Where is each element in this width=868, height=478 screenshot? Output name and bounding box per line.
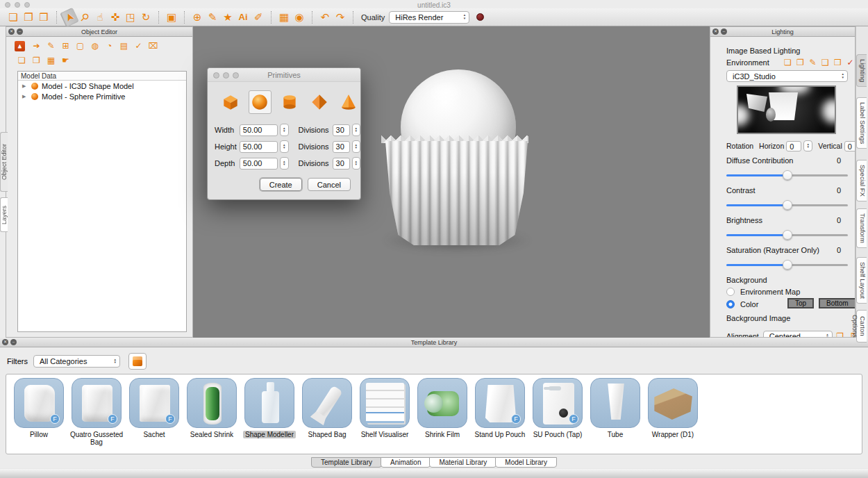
- cancel-button[interactable]: Cancel: [308, 178, 351, 191]
- tree-row[interactable]: ▶ Model - IC3D Shape Model: [18, 81, 186, 91]
- height-divisions-input[interactable]: 30: [333, 141, 350, 153]
- tab-template-library[interactable]: Template Library: [311, 457, 382, 468]
- height-input[interactable]: 50.00: [240, 141, 278, 153]
- panel-close-icon[interactable]: ✕: [2, 339, 8, 345]
- horizon-input[interactable]: 0: [786, 141, 801, 151]
- cylinder-primitive-icon[interactable]: [278, 90, 301, 114]
- image-fit-icon[interactable]: ▲: [15, 41, 25, 51]
- textured-sphere-icon[interactable]: ◍: [87, 41, 102, 51]
- primitives-dialog-titlebar[interactable]: Primitives: [208, 68, 360, 82]
- depth-divisions-input[interactable]: 30: [333, 158, 350, 170]
- add-shape-icon[interactable]: ⊕: [190, 10, 205, 24]
- delete-icon[interactable]: ⌧: [146, 41, 160, 51]
- redo-icon[interactable]: ↷: [333, 10, 348, 24]
- width-input[interactable]: 50.00: [240, 124, 278, 136]
- env-edit-icon[interactable]: ✎: [808, 58, 818, 67]
- quality-dropdown[interactable]: HiRes Render ▲▼: [389, 11, 469, 24]
- shape-icon[interactable]: ▢: [73, 41, 87, 51]
- panel-close-icon[interactable]: ✕: [712, 28, 719, 35]
- panel-collapse-icon[interactable]: –: [17, 28, 23, 35]
- horizon-stepper[interactable]: ▲▼: [803, 140, 812, 151]
- new-document-icon[interactable]: ❏: [6, 10, 21, 24]
- width-divisions-stepper[interactable]: ▲▼: [352, 124, 360, 136]
- dialog-minimize-icon[interactable]: [223, 72, 229, 79]
- render-image-icon[interactable]: ▦: [276, 10, 292, 24]
- env-new-icon[interactable]: ❏: [783, 58, 793, 67]
- bottom-color-button[interactable]: Bottom: [819, 298, 856, 308]
- snapshot-camera-icon[interactable]: ◉: [292, 10, 307, 24]
- depth-stepper[interactable]: ▲▼: [280, 157, 288, 170]
- edit-pen-icon[interactable]: ✎: [44, 41, 58, 51]
- rotate-tool-icon[interactable]: ↻: [138, 10, 153, 24]
- disclosure-triangle-icon[interactable]: ▶: [22, 94, 28, 99]
- cone-primitive-icon[interactable]: [337, 90, 360, 114]
- width-stepper[interactable]: ▲▼: [280, 124, 288, 136]
- tree-row[interactable]: ▶ Model - Sphere Primitive: [18, 91, 186, 101]
- panel-close-icon[interactable]: ✕: [8, 28, 15, 35]
- category-filter-dropdown[interactable]: All Categories ▲▼: [33, 355, 120, 368]
- bg-image-open-icon[interactable]: ❐: [833, 329, 848, 338]
- tab-object-editor[interactable]: Object Editor: [0, 132, 8, 192]
- template-tile-quatro-gusseted-bag[interactable]: F Quatro Gusseted Bag: [69, 378, 124, 454]
- tab-animation[interactable]: Animation: [381, 457, 431, 468]
- diffuse-slider[interactable]: [726, 170, 848, 180]
- disclosure-triangle-icon[interactable]: ▶: [22, 83, 28, 89]
- template-tile-shelf-visualiser[interactable]: Shelf Visualiser: [358, 378, 412, 454]
- create-button[interactable]: Create: [260, 178, 302, 191]
- env-map-radio-row[interactable]: Environment Map: [726, 288, 800, 296]
- slider-thumb[interactable]: [783, 200, 792, 210]
- slider-thumb[interactable]: [783, 170, 792, 180]
- template-tile-shrink-film[interactable]: Shrink Film: [415, 378, 469, 454]
- tab-lighting[interactable]: Lighting: [856, 54, 867, 87]
- open-folder-icon[interactable]: ❐: [21, 10, 36, 24]
- env-doc-icon[interactable]: ❑: [820, 58, 831, 67]
- tab-material-library[interactable]: Material Library: [429, 457, 496, 468]
- folder-add-icon[interactable]: ❏: [15, 56, 29, 66]
- environment-map-radio[interactable]: [726, 288, 735, 296]
- save-icon[interactable]: ❒: [36, 10, 51, 24]
- template-tile-sachet[interactable]: F Sachet: [127, 378, 181, 454]
- sphere-section-icon[interactable]: ◔: [102, 41, 117, 51]
- tab-shelf-layout[interactable]: Shelf Layout: [856, 257, 867, 304]
- confirm-icon[interactable]: ✓: [131, 41, 146, 51]
- frame-tool-icon[interactable]: ▣: [164, 10, 179, 24]
- illustrator-import-icon[interactable]: Ai: [235, 10, 251, 24]
- view-cube-button-selected[interactable]: [128, 353, 147, 370]
- template-tile-shaped-bag[interactable]: Shaped Bag: [300, 378, 354, 454]
- tab-label-settings[interactable]: Label Settings: [856, 97, 867, 149]
- vertical-input[interactable]: 0: [844, 141, 856, 151]
- draw-tool-icon[interactable]: ✎: [205, 10, 220, 24]
- color-radio[interactable]: [726, 300, 735, 308]
- add-node-icon[interactable]: ⊞: [58, 41, 73, 51]
- image-small-icon[interactable]: ▦: [44, 56, 58, 66]
- template-tile-shape-modeller[interactable]: Shape Modeller: [242, 378, 297, 454]
- slider-thumb[interactable]: [783, 230, 792, 240]
- saturation-slider[interactable]: [726, 260, 848, 270]
- dialog-close-icon[interactable]: [213, 72, 219, 79]
- move-tool-icon[interactable]: ✜: [108, 10, 123, 24]
- template-tile-sealed-shrink[interactable]: Sealed Shrink: [185, 378, 239, 454]
- diamond-primitive-icon[interactable]: [308, 90, 331, 114]
- cupcake-wrapper[interactable]: [385, 141, 528, 245]
- depth-input[interactable]: 50.00: [240, 158, 278, 170]
- record-button[interactable]: [476, 13, 484, 21]
- width-divisions-input[interactable]: 30: [333, 124, 350, 136]
- annotate-tool-icon[interactable]: ✐: [251, 10, 266, 24]
- depth-divisions-stepper[interactable]: ▲▼: [352, 157, 360, 170]
- template-tile-stand-up-pouch[interactable]: F Stand Up Pouch: [473, 378, 527, 454]
- template-tile-su-pouch-tap[interactable]: F SU Pouch (Tap): [531, 378, 585, 454]
- tab-layers[interactable]: Layers: [0, 197, 8, 232]
- brightness-slider[interactable]: [726, 230, 848, 240]
- tab-carton-options[interactable]: Carton Options: [856, 310, 867, 343]
- scale-tool-icon[interactable]: ◳: [123, 10, 138, 24]
- env-save-icon[interactable]: ❒: [833, 58, 843, 67]
- top-color-button[interactable]: Top: [787, 298, 814, 308]
- sphere-primitive-icon[interactable]: [249, 90, 272, 114]
- folder-icon[interactable]: ❐: [29, 56, 44, 66]
- grid-icon[interactable]: ▤: [117, 41, 131, 51]
- hand-add-icon[interactable]: ☛: [58, 56, 73, 66]
- tab-model-library[interactable]: Model Library: [495, 457, 557, 468]
- template-tile-wrapper-d1[interactable]: Wrapper (D1): [646, 378, 700, 454]
- env-open-icon[interactable]: ❐: [795, 58, 806, 67]
- environment-dropdown[interactable]: iC3D_Studio ▲▼: [726, 70, 848, 82]
